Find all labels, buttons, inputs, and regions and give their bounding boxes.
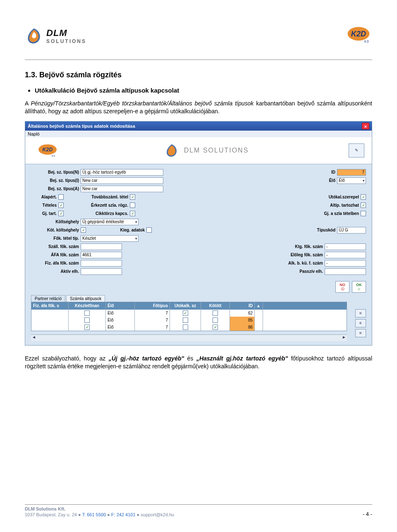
- teteles-check[interactable]: [58, 203, 64, 208]
- koltseghely-select[interactable]: Új gépjrámű értékesíté: [81, 219, 139, 225]
- passziv-field[interactable]: [325, 268, 366, 275]
- ktgfok-field[interactable]: -: [325, 243, 366, 250]
- dlm-name: DLM: [46, 28, 67, 38]
- page-footer: DLM Solutions Kft. 1037 Budapest, Zay u.…: [25, 504, 372, 517]
- grid: Fiz. áfa fők. s Készletfinan Élő Főtípus…: [31, 302, 347, 331]
- kieg-check[interactable]: [146, 227, 152, 233]
- svg-text:K2D: K2D: [351, 30, 366, 38]
- svg-text:K2D: K2D: [42, 147, 53, 153]
- edit-icon[interactable]: ✎: [349, 143, 364, 157]
- scroll-up-icon[interactable]: ▲: [255, 302, 263, 310]
- table-row[interactable]: Élő762: [31, 310, 347, 317]
- tovabb-check[interactable]: [130, 194, 135, 200]
- alk-field[interactable]: -: [325, 260, 366, 267]
- erkezett-check[interactable]: [130, 203, 135, 208]
- list-icon-1[interactable]: ≡: [355, 309, 366, 317]
- paragraph-2: Ezzel szabályozható, hogy az „Új gj.-höz…: [25, 355, 372, 370]
- paragraph-1: A Pénzügy/Törzskarbantartók/Egyéb törzsk…: [25, 100, 372, 115]
- svg-text:4.0: 4.0: [51, 154, 55, 157]
- app-window: Általános bejövő számla típus adatok mód…: [25, 121, 372, 346]
- utokalk-check[interactable]: [183, 310, 188, 316]
- k2d-ver: 4.0: [364, 40, 369, 43]
- utokalk-check[interactable]: [183, 317, 188, 323]
- bej-n-field[interactable]: Új gj.-höz tartozó egyéb: [81, 169, 163, 176]
- gjszla-check[interactable]: [361, 211, 366, 216]
- afafok-field[interactable]: 4661: [81, 252, 122, 258]
- gjtart-check[interactable]: [58, 211, 64, 216]
- tipuskod-field[interactable]: ÚJ G: [337, 227, 366, 234]
- kesz-check[interactable]: [84, 324, 90, 330]
- page-number: - 4 -: [363, 511, 372, 517]
- list-icon-3[interactable]: ≡: [355, 329, 366, 337]
- window-title: Általános bejövő számla típus adatok mód…: [28, 124, 135, 129]
- close-icon[interactable]: ×: [362, 123, 369, 129]
- foktetel-select[interactable]: Készlet: [81, 235, 139, 242]
- bej-i-field[interactable]: New car: [81, 177, 163, 184]
- dlm-logo: DLM SOLUTIONS: [25, 27, 86, 45]
- table-row[interactable]: Élő786: [31, 324, 347, 331]
- kesz-check[interactable]: [84, 317, 90, 323]
- szallfok-field[interactable]: [81, 243, 122, 250]
- kotott-check[interactable]: [213, 310, 218, 316]
- utokalk-check[interactable]: [183, 324, 188, 330]
- aktiv-field[interactable]: [81, 268, 122, 275]
- no-button[interactable]: NO☹: [335, 281, 349, 293]
- banner: K2D4.0 DLM SOLUTIONS ✎: [25, 137, 372, 164]
- alapert-check[interactable]: [58, 194, 64, 200]
- id-field: 7: [337, 169, 366, 176]
- kotott-check[interactable]: [213, 324, 218, 330]
- altip-check[interactable]: [361, 203, 366, 208]
- menubar[interactable]: Napló: [25, 131, 372, 137]
- section-heading: 1.3. Bejövő számla rögzítés: [25, 71, 372, 79]
- fizafa-field[interactable]: [81, 260, 122, 267]
- table-row[interactable]: Élő785: [31, 317, 347, 324]
- tab-partner[interactable]: Partner reláció: [31, 295, 65, 302]
- utokal-check[interactable]: [361, 194, 366, 200]
- elolegfok-field[interactable]: -: [325, 252, 366, 258]
- k2d-logo: K2D4.0: [345, 25, 372, 47]
- kesz-check[interactable]: [84, 310, 90, 316]
- kotkoltseg-check[interactable]: [81, 227, 86, 233]
- dlm-sub: SOLUTIONS: [46, 38, 86, 44]
- ok-button[interactable]: OK☺: [352, 281, 366, 293]
- elo-select[interactable]: Élő: [337, 177, 366, 184]
- titlebar: Általános bejövő számla típus adatok mód…: [25, 122, 372, 131]
- bej-a-field[interactable]: New car: [81, 186, 163, 192]
- cikk-check[interactable]: [130, 211, 135, 216]
- section-bullet: Utókalkuláció Bejövő számla altípusok ka…: [35, 87, 372, 94]
- h-scrollbar[interactable]: [31, 334, 347, 341]
- kotott-check[interactable]: [213, 317, 218, 323]
- list-icon-2[interactable]: ≡: [355, 319, 366, 327]
- tab-altipusok[interactable]: Számla altípusok: [66, 295, 105, 302]
